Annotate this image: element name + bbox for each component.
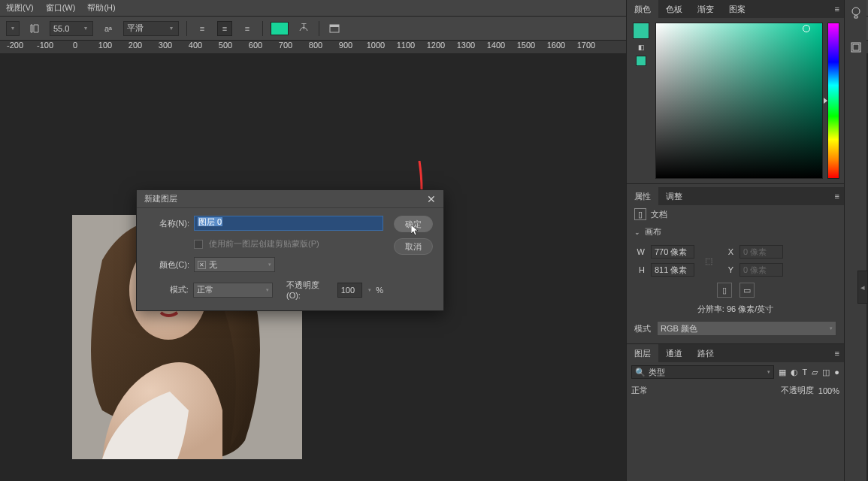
orient-portrait-icon[interactable]: ▯ [717,283,732,298]
canvas-section-toggle[interactable]: ⌄ 画布 [627,223,844,240]
filter-adjust-icon[interactable]: ◐ [791,368,798,377]
align-right-icon[interactable]: ≡ [240,21,255,36]
foreground-color[interactable] [633,23,649,39]
hue-slider[interactable] [827,23,839,179]
tips-icon[interactable] [849,6,863,21]
align-center-icon[interactable]: ≡ [217,21,232,36]
tab-swatches[interactable]: 色板 [658,0,690,18]
new-layer-dialog: 新建图层 ✕ 名称(N): 图层 0 使用前一图层创建剪贴蒙版(P) 颜色(C)… [136,189,444,311]
aa-icon[interactable]: aa [101,21,116,36]
antialias-dd[interactable]: 平滑▾ [123,21,179,36]
link-wh-icon[interactable]: ⬚ [705,256,712,266]
hue-pointer [824,98,827,104]
right-panel: 颜色 色板 渐变 图案 ≡ ◧ 属性 调整 ≡ ▯ [626,0,844,481]
name-label: 名称(N): [147,218,189,229]
layer-name-input[interactable]: 图层 0 [194,216,383,231]
color-label: 颜色(C): [147,259,189,271]
font-size-input[interactable]: 55.0▾ [50,21,93,36]
colormode-select[interactable]: RGB 颜色▾ [657,321,836,336]
far-right-strip [844,0,866,481]
tab-paths[interactable]: 路径 [690,344,721,362]
background-color[interactable] [636,56,646,66]
main-area: -200-10001002003004005006007008009001000… [0,41,868,481]
ok-button[interactable]: 确定 [394,216,433,232]
tab-gradient[interactable]: 渐变 [690,0,721,18]
panel-toggle-icon[interactable] [327,21,342,36]
dialog-close-icon[interactable]: ✕ [427,193,436,205]
cancel-button[interactable]: 取消 [394,238,433,255]
h-label: H [634,265,645,274]
tool-preset-dd[interactable]: ▾ [6,21,20,36]
orient-landscape-icon[interactable]: ▭ [739,283,755,298]
color-field[interactable] [655,23,823,179]
align-left-icon[interactable]: ≡ [195,21,210,36]
layer-opacity-value[interactable]: 100% [818,386,839,395]
search-icon: 🔍 [635,368,646,377]
color-panel-tabs: 颜色 色板 渐变 图案 ≡ [627,0,844,18]
x-input[interactable]: 0 像素 [739,245,783,259]
y-label: Y [723,265,733,274]
prop-doc-label: 文档 [651,209,667,220]
svg-point-11 [852,8,860,15]
panel-menu-icon[interactable]: ≡ [835,5,839,14]
tab-channels[interactable]: 通道 [658,344,690,362]
blend-mode-select[interactable]: 正常▾ [193,283,273,298]
x-label: X [723,247,733,256]
layer-color-select[interactable]: ✕ 无 ▾ [194,257,275,272]
blend-mode-dd[interactable]: 正常 [631,385,648,396]
clipmask-checkbox[interactable] [194,240,203,249]
color-picker-cursor [803,25,810,32]
w-label: W [634,247,645,256]
orientation-toggle-icon[interactable] [27,21,42,36]
svg-text:T: T [301,23,307,31]
tab-properties[interactable]: 属性 [627,187,658,205]
panel-menu-icon[interactable]: ≡ [835,192,839,201]
tab-adjust[interactable]: 调整 [658,187,690,205]
svg-rect-13 [853,44,859,50]
dialog-title: 新建图层 [144,193,177,204]
flyout-tab[interactable]: ◂ [857,271,868,304]
tab-pattern[interactable]: 图案 [721,0,753,18]
default-colors-icon[interactable]: ◧ [638,44,645,51]
layer-filter-input[interactable]: 🔍 类型 ▾ [631,365,774,379]
panel-menu-icon[interactable]: ≡ [835,349,839,358]
height-input[interactable]: 811 像素 [651,263,694,277]
warp-text-icon[interactable]: T [296,21,311,36]
filter-toggle-icon[interactable]: ● [834,368,839,377]
resolution-text: 分辨率: 96 像素/英寸 [634,304,836,315]
tab-color[interactable]: 颜色 [627,0,658,18]
menu-window[interactable]: 窗口(W) [46,2,76,14]
filter-smart-icon[interactable]: ◫ [822,368,830,377]
filter-image-icon[interactable]: ▦ [779,368,786,377]
filter-text-icon[interactable]: T [803,368,808,377]
svg-rect-2 [330,25,339,27]
menu-help[interactable]: 帮助(H) [87,2,115,14]
y-input[interactable]: 0 像素 [739,263,783,277]
opacity-unit: % [376,286,383,295]
opacity-input[interactable]: 100 [337,283,363,298]
layer-opacity-label: 不透明度 [781,385,814,396]
width-input[interactable]: 770 像素 [651,245,694,259]
menu-view[interactable]: 视图(V) [6,2,34,14]
colormode-label: 模式 [634,323,651,334]
tab-layers[interactable]: 图层 [627,344,658,362]
mode-label: 模式: [147,284,189,295]
libraries-icon[interactable] [849,41,863,56]
clipmask-label: 使用前一图层创建剪贴蒙版(P) [209,238,319,250]
opacity-label: 不透明度(O): [286,280,333,300]
text-color-swatch[interactable] [271,22,289,35]
filter-shape-icon[interactable]: ▱ [812,368,818,377]
document-icon: ▯ [634,208,646,220]
